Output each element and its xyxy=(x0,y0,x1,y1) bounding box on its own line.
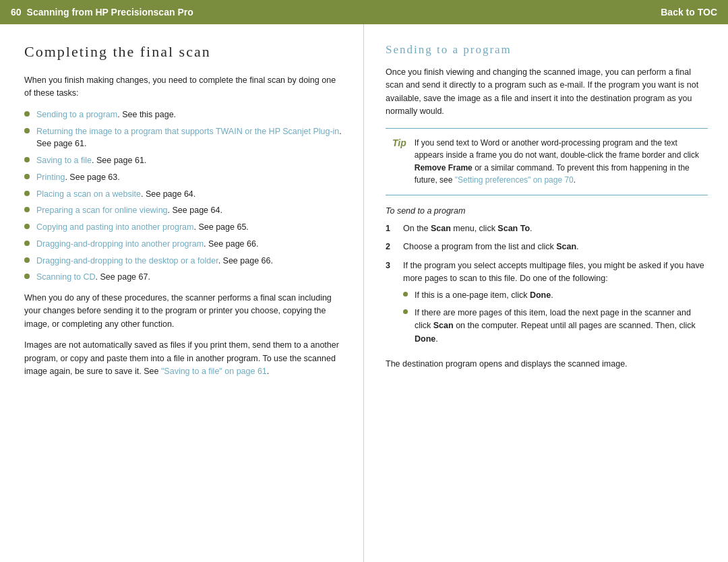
tip-label: Tip xyxy=(392,137,406,148)
list-item-suffix: . See this page. xyxy=(117,110,176,119)
list-item-text: Dragging-and-dropping into another progr… xyxy=(36,238,258,251)
link-copying[interactable]: Copying and pasting into another program xyxy=(36,222,193,232)
step-1-text: On the Scan menu, click Scan To. xyxy=(403,222,533,235)
sub-list-item: If there are more pages of this item, lo… xyxy=(403,307,708,346)
right-column: Sending to a program Once you finish vie… xyxy=(364,24,728,562)
tip-text-part5: . xyxy=(574,175,576,185)
steps-list: 1 On the Scan menu, click Scan To. 2 Cho… xyxy=(386,222,708,350)
page-number: 60 xyxy=(11,7,22,18)
sub-item-2-done-bold: Done xyxy=(415,334,435,344)
link-scanning-cd[interactable]: Scanning to CD xyxy=(36,272,96,282)
bullet-dot xyxy=(24,274,30,279)
back-to-toc-link[interactable]: Back to TOC xyxy=(661,7,717,18)
list-item: Scanning to CD. See page 67. xyxy=(24,271,343,284)
bullet-dot xyxy=(24,241,30,246)
bullet-dot xyxy=(24,157,30,162)
link-website[interactable]: Placing a scan on a website xyxy=(36,189,141,199)
step-1-scanto-bold: Scan To xyxy=(497,224,530,233)
list-item-suffix: . See page 66. xyxy=(204,239,258,249)
content-area: Completing the final scan When you finis… xyxy=(0,24,728,562)
link-returning[interactable]: Returning the image to a program that su… xyxy=(36,127,339,136)
header-title: Scanning from HP Precisionscan Pro xyxy=(27,7,193,18)
link-sending[interactable]: Sending to a program xyxy=(36,110,117,119)
left-bottom-para-end: . xyxy=(267,367,269,376)
list-item-suffix: . See page 67. xyxy=(96,272,150,282)
list-item-suffix: . See page 66. xyxy=(218,256,273,266)
link-online[interactable]: Preparing a scan for online viewing xyxy=(36,206,168,215)
step-1-num: 1 xyxy=(386,222,399,235)
list-item-suffix: . See page 64. xyxy=(141,189,195,199)
step-2-num: 2 xyxy=(386,241,399,253)
sub-item-1-text: If this is a one-page item, click Done. xyxy=(415,289,553,302)
bullet-list: Sending to a program. See this page. Ret… xyxy=(24,108,343,284)
list-item-suffix: . See page 61. xyxy=(92,156,146,165)
sub-item-2-text: If there are more pages of this item, lo… xyxy=(415,307,708,346)
list-item-text: Saving to a file. See page 61. xyxy=(36,154,146,167)
list-item-text: Scanning to CD. See page 67. xyxy=(36,271,150,284)
header-bar: 60 Scanning from HP Precisionscan Pro Ba… xyxy=(0,0,728,24)
list-item: Dragging-and-dropping into another progr… xyxy=(24,238,343,251)
link-dragging-program[interactable]: Dragging-and-dropping into another progr… xyxy=(36,239,204,249)
left-column: Completing the final scan When you finis… xyxy=(0,24,364,562)
right-intro: Once you finish viewing and changing the… xyxy=(386,66,708,119)
bullet-dot xyxy=(24,191,30,196)
link-printing[interactable]: Printing xyxy=(36,173,65,182)
tip-text-part1: If you send text to Word or another word… xyxy=(415,138,699,160)
list-item-text: Sending to a program. See this page. xyxy=(36,108,176,121)
list-item-suffix: . See page 65. xyxy=(193,222,248,232)
sub-item-1-done-bold: Done xyxy=(530,290,551,300)
list-item: Placing a scan on a website. See page 64… xyxy=(24,188,343,201)
list-item: Copying and pasting into another program… xyxy=(24,221,343,234)
header-left: 60 Scanning from HP Precisionscan Pro xyxy=(11,7,193,18)
list-item-text: Placing a scan on a website. See page 64… xyxy=(36,188,195,201)
step-2: 2 Choose a program from the list and cli… xyxy=(386,241,708,253)
sub-bullet-list: If this is a one-page item, click Done. … xyxy=(403,289,708,346)
list-item: Printing. See page 63. xyxy=(24,171,343,184)
step-2-scan-bold: Scan xyxy=(556,242,576,251)
list-item-suffix: . See page 64. xyxy=(168,206,222,215)
link-saving-file[interactable]: "Saving to a file" on page 61 xyxy=(161,367,267,376)
link-dragging-desktop[interactable]: Dragging-and-dropping to the desktop or … xyxy=(36,256,218,266)
steps-heading: To send to a program xyxy=(386,206,708,216)
step-1: 1 On the Scan menu, click Scan To. xyxy=(386,222,708,235)
list-item-suffix: . See page 63. xyxy=(65,173,119,182)
list-item-text: Printing. See page 63. xyxy=(36,171,120,184)
list-item-text: Returning the image to a program that su… xyxy=(36,125,343,151)
list-item-text: Copying and pasting into another program… xyxy=(36,221,249,234)
list-item: Dragging-and-dropping to the desktop or … xyxy=(24,255,343,268)
sub-list-item: If this is a one-page item, click Done. xyxy=(403,289,708,302)
step-3-text: If the program you select accepts multip… xyxy=(403,259,708,350)
list-item-text: Preparing a scan for online viewing. See… xyxy=(36,204,222,217)
left-intro: When you finish making changes, you need… xyxy=(24,74,343,100)
list-item: Preparing a scan for online viewing. See… xyxy=(24,204,343,217)
sub-item-2-scan-bold: Scan xyxy=(433,321,454,330)
right-section-title: Sending to a program xyxy=(386,43,708,57)
bullet-dot xyxy=(24,111,30,117)
tip-content: If you send text to Word or another word… xyxy=(415,137,701,187)
step-3: 3 If the program you select accepts mult… xyxy=(386,259,708,350)
bullet-dot xyxy=(24,224,30,229)
left-bottom-para: Images are not automatically saved as fi… xyxy=(24,339,343,378)
bullet-dot xyxy=(24,128,30,133)
step-3-main-text: If the program you select accepts multip… xyxy=(403,261,704,283)
step-3-num: 3 xyxy=(386,259,399,272)
tip-box: Tip If you send text to Word or another … xyxy=(386,128,708,195)
tip-link-preferences[interactable]: "Setting preferences" on page 70 xyxy=(455,175,574,185)
sub-bullet-dot xyxy=(403,292,408,296)
list-item: Saving to a file. See page 61. xyxy=(24,154,343,167)
left-middle-para: When you do any of these procedures, the… xyxy=(24,292,343,331)
bullet-dot xyxy=(24,174,30,179)
list-item-text: Dragging-and-dropping to the desktop or … xyxy=(36,255,273,268)
list-item: Returning the image to a program that su… xyxy=(24,125,343,151)
step-2-text: Choose a program from the list and click… xyxy=(403,241,579,253)
link-saving[interactable]: Saving to a file xyxy=(36,156,92,165)
right-conclusion: The destination program opens and displa… xyxy=(386,358,708,371)
left-section-title: Completing the final scan xyxy=(24,43,343,61)
step-1-scan-bold: Scan xyxy=(431,224,451,233)
list-item: Sending to a program. See this page. xyxy=(24,108,343,121)
bullet-dot xyxy=(24,257,30,263)
bullet-dot xyxy=(24,207,30,212)
tip-bold-remove: Remove Frame xyxy=(415,163,473,173)
sub-bullet-dot xyxy=(403,309,408,314)
